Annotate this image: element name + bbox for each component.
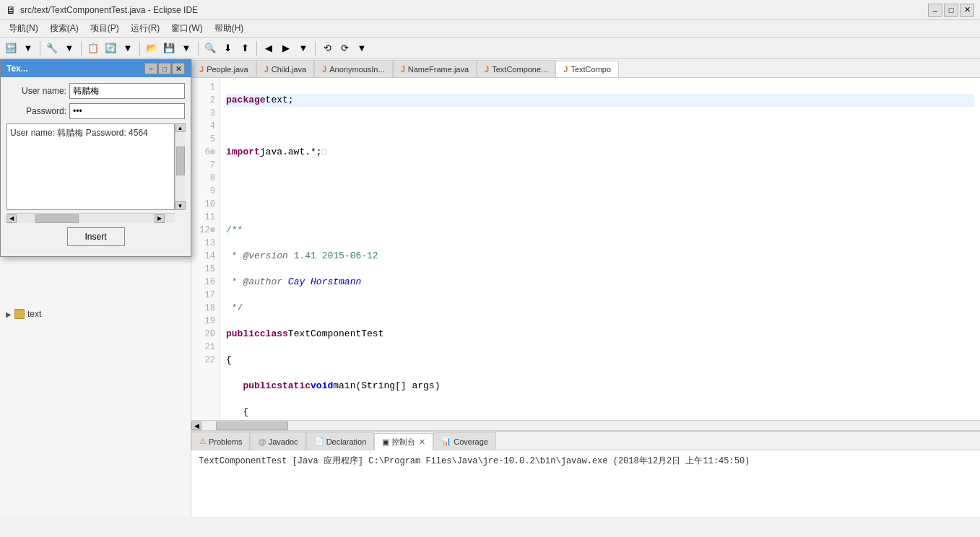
bottom-tab-javadoc[interactable]: @ Javadoc [250, 432, 305, 450]
editor-hscroll-thumb[interactable] [216, 422, 288, 430]
tab-icon-4: J [401, 65, 405, 74]
sidebar-tree: ▶ text [0, 305, 191, 323]
toolbar-btn-11[interactable]: 🔍 [202, 40, 218, 56]
problems-icon: ⚠ [199, 437, 207, 446]
code-line-7: * @version 1.41 2015-06-12 [226, 250, 974, 263]
bottom-tab-coverage[interactable]: 📊 Coverage [433, 432, 496, 450]
window-controls: – □ ✕ [928, 4, 974, 17]
title-bar: 🖥 src/text/TextComponentTest.java - Ecli… [0, 0, 980, 20]
scroll-v-thumb[interactable] [176, 147, 185, 175]
toolbar-btn-14[interactable]: ◀ [261, 40, 277, 56]
toolbar-btn-7[interactable]: ▼ [120, 40, 136, 56]
toolbar-btn-15[interactable]: ▶ [278, 40, 294, 56]
restore-button[interactable]: □ [944, 4, 958, 17]
toolbar-btn-12[interactable]: ⬇ [220, 40, 235, 56]
toolbar-btn-10[interactable]: ▼ [178, 40, 194, 56]
toolbar-sep-2 [81, 41, 82, 56]
ln-17: 17 [191, 289, 215, 302]
tree-item-text[interactable]: ▶ text [3, 307, 188, 320]
tab-anonymous[interactable]: J AnonymousIn... [314, 60, 393, 77]
dialog-restore-btn[interactable]: □ [158, 63, 171, 74]
dialog-close-btn[interactable]: ✕ [172, 63, 185, 74]
toolbar-btn-2[interactable]: ▼ [20, 40, 36, 56]
ln-1: 1 [191, 81, 215, 94]
scroll-h-thumb[interactable] [35, 214, 79, 223]
menu-window[interactable]: 窗口(W) [165, 21, 208, 36]
toolbar-btn-16[interactable]: ▼ [295, 40, 311, 56]
ln-14: 14 [191, 250, 215, 263]
editor-area: J People.java J Child.java J AnonymousIn… [191, 59, 980, 517]
tab-textcomponent-1[interactable]: J TextCompone... [477, 60, 555, 77]
ln-3: 3 [191, 107, 215, 120]
toolbar-btn-19[interactable]: ▼ [354, 40, 370, 56]
sidebar: Tex... – □ ✕ User name: Password: [0, 59, 191, 517]
code-line-10: public class TextComponentTest [226, 328, 974, 341]
toolbar-btn-18[interactable]: ⟳ [337, 40, 352, 56]
password-label: Password: [6, 106, 66, 116]
console-close-icon[interactable]: ✕ [419, 437, 425, 447]
toolbar-btn-1[interactable]: 🔙 [3, 40, 19, 56]
ln-16: 16 [191, 276, 215, 289]
code-line-11: { [226, 354, 974, 367]
minimize-button[interactable]: – [928, 4, 942, 17]
dialog-textarea-container: User name: 韩腊梅 Password: 4564 ▲ ▼ ◀ ▶ [6, 123, 185, 223]
tab-textcomponent-active[interactable]: J TextCompo [555, 61, 619, 78]
editor-hscroll[interactable]: ◀ [191, 420, 980, 430]
editor-scroll-left[interactable]: ◀ [191, 422, 201, 430]
menu-nav[interactable]: 导航(N) [3, 21, 44, 36]
username-input[interactable] [69, 83, 185, 99]
dialog-minimize-btn[interactable]: – [144, 63, 157, 74]
password-input[interactable] [69, 103, 185, 119]
coverage-icon: 📊 [441, 437, 451, 446]
scroll-right-arrow[interactable]: ▶ [155, 214, 165, 223]
bottom-tab-console[interactable]: ▣ 控制台 ✕ [374, 433, 433, 450]
tab-label-4: NameFrame.java [408, 65, 469, 74]
username-label: User name: [6, 86, 66, 96]
bottom-tab-problems[interactable]: ⚠ Problems [191, 432, 250, 450]
menu-bar: 导航(N) 搜索(A) 项目(P) 运行(R) 窗口(W) 帮助(H) [0, 20, 980, 38]
dialog-output-area: User name: 韩腊梅 Password: 4564 [6, 123, 175, 210]
tab-label-6: TextCompo [571, 65, 611, 74]
dialog-hscrollbar[interactable]: ◀ ▶ [6, 213, 175, 223]
toolbar-btn-4[interactable]: ▼ [61, 40, 77, 56]
ln-2: 2 [191, 94, 215, 107]
toolbar-btn-17[interactable]: ⟲ [319, 40, 335, 56]
ln-12: 12⊛ [191, 224, 215, 237]
ln-13: 13 [191, 237, 215, 250]
scroll-down-arrow[interactable]: ▼ [175, 201, 186, 210]
toolbar-btn-9[interactable]: 💾 [161, 40, 177, 56]
ln-5: 5 [191, 133, 215, 146]
javadoc-icon: @ [258, 437, 266, 446]
ln-15: 15 [191, 263, 215, 276]
menu-help[interactable]: 帮助(H) [209, 21, 250, 36]
package-icon [14, 309, 25, 319]
toolbar-btn-6[interactable]: 🔄 [103, 40, 118, 56]
code-line-1: package text; [226, 94, 974, 107]
ln-19: 19 [191, 315, 215, 328]
code-content[interactable]: package text; import java.awt.*;□ /** * … [220, 78, 980, 420]
ln-4: 4 [191, 120, 215, 133]
ln-18: 18 [191, 302, 215, 315]
scroll-up-arrow[interactable]: ▲ [175, 123, 186, 132]
tree-arrow-icon: ▶ [6, 310, 12, 318]
dialog-body: User name: Password: User name: 韩腊梅 Pass… [1, 77, 191, 256]
dialog-vscrollbar[interactable]: ▲ ▼ [175, 123, 185, 210]
toolbar-btn-3[interactable]: 🔧 [44, 40, 60, 56]
tab-people-java[interactable]: J People.java [191, 60, 256, 77]
toolbar-btn-5[interactable]: 📋 [85, 40, 101, 56]
toolbar-btn-13[interactable]: ⬆ [237, 40, 253, 56]
menu-search[interactable]: 搜索(A) [44, 21, 84, 36]
menu-project[interactable]: 项目(P) [84, 21, 125, 36]
toolbar-sep-6 [315, 41, 316, 56]
close-window-button[interactable]: ✕ [960, 4, 974, 17]
insert-button[interactable]: Insert [67, 227, 125, 246]
toolbar-sep-1 [40, 41, 40, 56]
bottom-tab-declaration[interactable]: 📄 Declaration [306, 432, 375, 450]
toolbar-btn-8[interactable]: 📂 [144, 40, 160, 56]
tab-nameframe[interactable]: J NameFrame.java [393, 60, 477, 77]
main-layout: Tex... – □ ✕ User name: Password: [0, 59, 980, 517]
scroll-left-arrow[interactable]: ◀ [6, 214, 17, 223]
console-output: TextComponentTest [Java 应用程序] C:\Program… [191, 450, 980, 517]
menu-run[interactable]: 运行(R) [125, 21, 166, 36]
tab-child-java[interactable]: J Child.java [256, 60, 314, 77]
